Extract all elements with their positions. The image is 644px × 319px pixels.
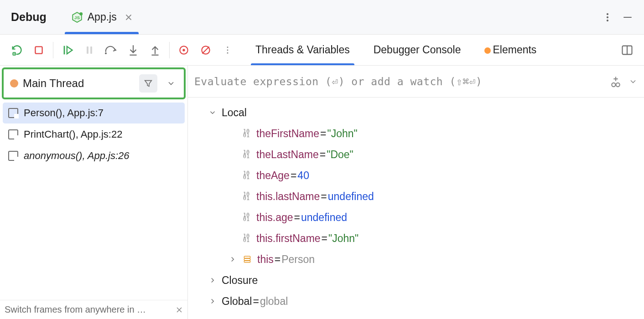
primitive-icon: 1001 (241, 171, 252, 180)
rerun-button[interactable] (6, 40, 27, 61)
pause-button[interactable] (79, 40, 100, 61)
variable-value: undefined (301, 211, 347, 224)
frame-label: anonymous(), App.js:26 (24, 150, 130, 162)
file-tab-label: App.js (88, 11, 117, 23)
filter-button[interactable] (139, 74, 157, 93)
file-tab[interactable]: JS App.js (65, 0, 139, 34)
svg-point-20 (616, 82, 620, 86)
scope-global-label: Global (222, 295, 252, 308)
variable-row[interactable]: 1001theLastName = "Doe" (188, 144, 644, 165)
hint-banner: Switch frames from anywhere in … (0, 300, 187, 319)
variable-value: "John" (327, 128, 357, 140)
variable-name: this.lastName (256, 190, 320, 203)
tab-elements-label: Elements (493, 44, 536, 56)
call-stack: Person(), App.js:7PrintChart(), App.js:2… (0, 101, 187, 167)
variable-row[interactable]: 1001theAge = 40 (188, 165, 644, 186)
frame-icon (8, 129, 18, 139)
variable-row[interactable]: 1001this.lastName = undefined (188, 186, 644, 207)
svg-rect-8 (35, 46, 42, 53)
variable-row[interactable]: 1001this.firstName = "John" (188, 228, 644, 249)
chevron-down-icon[interactable] (628, 77, 638, 86)
scope-global-value: global (260, 295, 288, 308)
svg-point-2 (607, 13, 608, 15)
svg-point-15 (227, 46, 229, 48)
scope-global[interactable]: Global = global (188, 291, 644, 312)
variable-row[interactable]: 1001this.age = undefined (188, 207, 644, 228)
variable-value: 40 (297, 170, 309, 182)
variable-value: "Doe" (327, 149, 353, 161)
layout-toggle-button[interactable] (617, 40, 638, 61)
equals: = (290, 170, 297, 182)
more-vertical-icon[interactable] (597, 7, 618, 27)
equals: = (320, 190, 327, 203)
variable-name: this.age (256, 211, 293, 224)
variable-name: theAge (256, 170, 290, 182)
variable-name: this.firstName (256, 232, 321, 245)
scope-closure-label: Closure (222, 274, 258, 287)
step-over-button[interactable] (101, 40, 122, 61)
resume-button[interactable] (57, 40, 78, 61)
frame-label: PrintChart(), App.js:22 (24, 129, 122, 140)
chevron-right-icon (206, 276, 219, 284)
thread-name: Main Thread (23, 77, 135, 90)
primitive-icon: 1001 (241, 150, 252, 159)
equals: = (319, 128, 327, 140)
separator (53, 42, 53, 58)
step-out-button[interactable] (145, 40, 166, 61)
stack-frame[interactable]: anonymous(), App.js:26 (3, 145, 185, 166)
tab-threads-variables[interactable]: Threads & Variables (254, 35, 352, 65)
tab-elements[interactable]: Elements (483, 35, 538, 65)
chevron-right-icon (226, 255, 239, 263)
svg-text:JS: JS (74, 15, 80, 20)
thread-selector[interactable]: Main Thread (2, 67, 186, 99)
tab-debugger-console[interactable]: Debugger Console (372, 35, 463, 65)
chevron-down-icon[interactable] (162, 74, 180, 93)
svg-point-16 (227, 49, 229, 51)
evaluate-expression-input[interactable]: Evaluate expression (⏎) or add a watch (… (194, 76, 603, 87)
frame-icon (8, 108, 18, 118)
svg-point-13 (182, 49, 185, 51)
update-indicator-icon (484, 47, 491, 54)
scope-local-label: Local (222, 107, 247, 119)
stop-button[interactable] (28, 40, 49, 61)
close-icon[interactable] (125, 14, 132, 21)
variable-this[interactable]: this = Person (188, 249, 644, 270)
view-breakpoints-button[interactable] (173, 40, 194, 61)
more-vertical-icon[interactable] (217, 40, 238, 61)
frame-label: Person(), App.js:7 (24, 107, 104, 119)
add-watch-button[interactable] (609, 75, 622, 88)
svg-point-4 (607, 20, 608, 21)
close-icon[interactable] (176, 306, 183, 314)
svg-rect-21 (244, 256, 250, 258)
primitive-icon: 1001 (241, 129, 252, 138)
svg-point-1 (79, 12, 83, 15)
primitive-icon: 1001 (241, 213, 252, 221)
equals: = (293, 211, 301, 224)
svg-rect-10 (90, 46, 92, 54)
variable-row[interactable]: 1001theFirstName = "John" (188, 123, 644, 144)
variable-value: Person (281, 253, 315, 266)
stack-frame[interactable]: Person(), App.js:7 (3, 103, 185, 123)
variable-value: "John" (328, 232, 358, 245)
step-into-button[interactable] (123, 40, 144, 61)
chevron-right-icon (206, 297, 219, 305)
svg-point-7 (14, 53, 15, 54)
equals: = (321, 232, 328, 245)
equals: = (252, 295, 260, 308)
variable-name: theLastName (256, 149, 319, 161)
mute-breakpoints-button[interactable] (195, 40, 216, 61)
variable-name: this (257, 253, 274, 266)
svg-point-19 (612, 82, 615, 86)
object-icon (242, 255, 253, 264)
variable-value: undefined (328, 190, 374, 203)
thread-status-icon (10, 79, 18, 87)
minimize-button[interactable] (618, 7, 638, 27)
scope-local[interactable]: Local (188, 102, 644, 123)
stack-frame[interactable]: PrintChart(), App.js:22 (3, 124, 185, 145)
separator (169, 42, 170, 58)
primitive-icon: 1001 (241, 192, 252, 201)
chevron-down-icon (206, 108, 219, 117)
frame-icon (8, 151, 18, 161)
scope-closure[interactable]: Closure (188, 270, 644, 291)
equals: = (319, 149, 327, 161)
